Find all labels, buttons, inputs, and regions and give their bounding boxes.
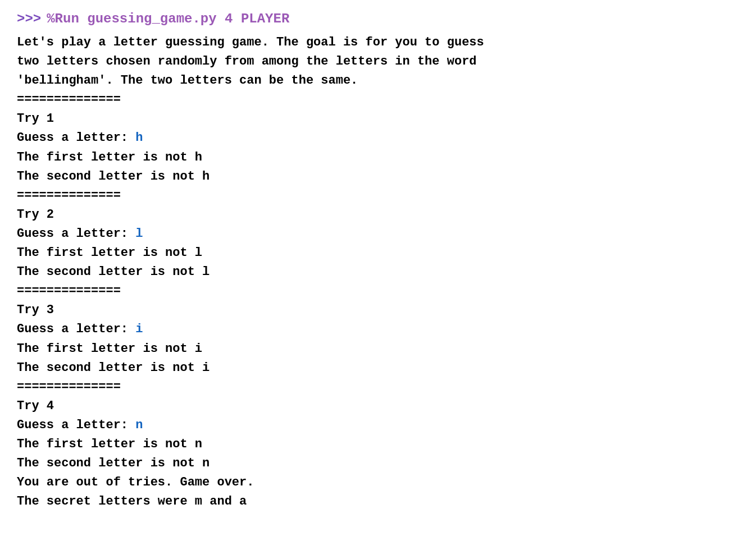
prompt-arrow: >>>	[17, 11, 41, 26]
result4b: The second letter is not n	[17, 454, 739, 473]
try4: Try 4	[17, 397, 739, 416]
sep3: ==============	[17, 282, 739, 301]
result2b: The second letter is not l	[17, 263, 739, 282]
terminal-window: >>> %Run guessing_game.py 4 PLAYER Let's…	[17, 11, 739, 511]
result3b: The second letter is not i	[17, 359, 739, 378]
result1a: The first letter is not h	[17, 148, 739, 167]
sep1: ==============	[17, 90, 739, 109]
result1b: The second letter is not h	[17, 167, 739, 186]
intro2: two letters chosen randomly from among t…	[17, 52, 739, 71]
sep4: ==============	[17, 378, 739, 397]
gameover: You are out of tries. Game over.	[17, 473, 739, 492]
guess4-input: n	[135, 418, 143, 432]
intro1: Let's play a letter guessing game. The g…	[17, 33, 739, 52]
try3: Try 3	[17, 301, 739, 320]
intro3: 'bellingham'. The two letters can be the…	[17, 71, 739, 90]
try1: Try 1	[17, 109, 739, 129]
guess1-input: h	[135, 131, 143, 145]
guess1: Guess a letter: h	[17, 129, 739, 148]
guess4: Guess a letter: n	[17, 416, 739, 435]
sep2: ==============	[17, 186, 739, 205]
prompt-line: >>> %Run guessing_game.py 4 PLAYER	[17, 11, 739, 26]
prompt-command: %Run guessing_game.py 4 PLAYER	[47, 11, 289, 26]
guess2: Guess a letter: l	[17, 224, 739, 244]
guess3-input: i	[135, 322, 143, 336]
try2: Try 2	[17, 205, 739, 224]
output-block: Let's play a letter guessing game. The g…	[17, 33, 739, 511]
result3a: The first letter is not i	[17, 340, 739, 359]
guess2-input: l	[135, 227, 143, 241]
result4a: The first letter is not n	[17, 435, 739, 454]
result2a: The first letter is not l	[17, 244, 739, 263]
guess3: Guess a letter: i	[17, 320, 739, 339]
secret: The secret letters were m and a	[17, 492, 739, 511]
